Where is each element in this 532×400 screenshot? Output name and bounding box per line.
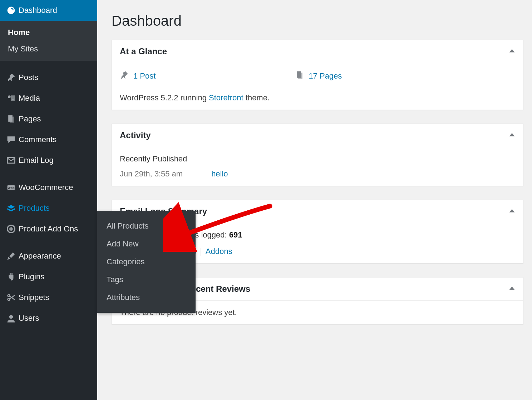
user-icon <box>6 313 19 323</box>
plug-icon <box>6 272 19 282</box>
media-icon <box>6 93 19 103</box>
collapse-icon[interactable] <box>509 48 515 55</box>
sidebar-item-media[interactable]: Media <box>0 88 97 109</box>
panel-header[interactable]: Activity <box>112 124 523 147</box>
pin-icon <box>120 70 129 82</box>
sidebar-item-products[interactable]: Products <box>0 198 97 219</box>
sidebar-sub-mysites[interactable]: My Sites <box>6 41 97 57</box>
sidebar-item-posts[interactable]: Posts <box>0 67 97 88</box>
wp-version-prefix: WordPress 5.2.2 running <box>120 93 209 102</box>
panel-title: Activity <box>120 130 151 140</box>
theme-link[interactable]: Storefront <box>209 93 243 102</box>
scissors-icon <box>6 292 19 302</box>
sidebar-item-emaillog[interactable]: Email Log <box>0 150 97 171</box>
wp-version-line: WordPress 5.2.2 running Storefront theme… <box>120 88 515 102</box>
collapse-icon[interactable] <box>509 131 515 139</box>
main-content: Dashboard At a Glance 1 Post 17 Pages <box>97 0 532 400</box>
dashboard-icon <box>6 5 19 15</box>
svg-text:Woo: Woo <box>8 186 15 190</box>
sidebar-item-appearance[interactable]: Appearance <box>0 246 97 266</box>
envelope-icon <box>6 155 19 165</box>
sidebar-item-label: Email Log <box>19 156 54 165</box>
panel-header[interactable]: At a Glance <box>112 40 523 63</box>
glance-posts-link[interactable]: 1 Post <box>133 71 156 81</box>
sidebar-item-woocommerce[interactable]: Woo WooCommerce <box>0 177 97 198</box>
sidebar-item-productaddons[interactable]: Product Add Ons <box>0 219 97 239</box>
sidebar-item-label: WooCommerce <box>19 183 73 192</box>
activity-row: Jun 29th, 3:55 am hello <box>120 169 515 179</box>
email-log-count-value: 691 <box>229 230 242 239</box>
activity-post-link[interactable]: hello <box>211 169 228 179</box>
sidebar-item-label: Snippets <box>19 293 49 302</box>
products-flyout: All Products Add New Categories Tags Att… <box>97 211 196 313</box>
email-addons-link[interactable]: Addons <box>206 247 232 256</box>
glance-posts[interactable]: 1 Post <box>120 70 156 82</box>
flyout-categories[interactable]: Categories <box>97 253 196 271</box>
brush-icon <box>6 251 19 261</box>
sidebar-item-label: Comments <box>19 135 56 144</box>
flyout-attributes[interactable]: Attributes <box>97 289 196 306</box>
products-icon <box>6 203 19 213</box>
sidebar-item-label: Media <box>19 94 40 103</box>
admin-sidebar: Dashboard Home My Sites Posts Media Page… <box>0 0 97 400</box>
pin-icon <box>6 72 19 82</box>
sidebar-item-label: Plugins <box>19 272 44 281</box>
comments-icon <box>6 135 19 145</box>
flyout-all-products[interactable]: All Products <box>97 217 196 235</box>
sidebar-item-users[interactable]: Users <box>0 308 97 329</box>
sidebar-sub-home[interactable]: Home <box>6 24 97 41</box>
pages-icon <box>295 70 304 82</box>
collapse-icon[interactable] <box>509 285 515 293</box>
glance-pages[interactable]: 17 Pages <box>295 70 342 82</box>
panel-activity: Activity Recently Published Jun 29th, 3:… <box>112 124 523 186</box>
activity-subheading: Recently Published <box>120 154 515 169</box>
sidebar-item-label: Posts <box>19 73 38 82</box>
sidebar-item-label: Products <box>19 204 50 213</box>
sidebar-item-snippets[interactable]: Snippets <box>0 287 97 308</box>
woocommerce-icon: Woo <box>6 182 19 192</box>
panel-at-a-glance: At a Glance 1 Post 17 Pages WordPress 5.… <box>112 40 523 110</box>
sidebar-item-comments[interactable]: Comments <box>0 129 97 150</box>
panel-title: At a Glance <box>120 46 167 56</box>
sidebar-item-label: Appearance <box>19 251 61 261</box>
svg-point-0 <box>8 95 11 98</box>
sidebar-item-dashboard[interactable]: Dashboard <box>0 0 97 21</box>
sidebar-item-plugins[interactable]: Plugins <box>0 266 97 287</box>
sidebar-item-label: Users <box>19 314 39 323</box>
svg-point-6 <box>9 315 13 319</box>
sidebar-submenu-dashboard: Home My Sites <box>0 21 97 61</box>
sidebar-item-pages[interactable]: Pages <box>0 109 97 129</box>
sidebar-item-label: Product Add Ons <box>19 224 78 234</box>
wp-version-suffix: theme. <box>243 93 270 102</box>
activity-date: Jun 29th, 3:55 am <box>120 169 183 179</box>
plus-circle-icon <box>6 224 19 234</box>
flyout-add-new[interactable]: Add New <box>97 235 196 253</box>
pages-icon <box>6 114 19 124</box>
collapse-icon[interactable] <box>509 208 515 215</box>
sidebar-item-label: Dashboard <box>19 6 57 15</box>
page-title: Dashboard <box>112 0 523 40</box>
flyout-tags[interactable]: Tags <box>97 271 196 289</box>
sidebar-item-label: Pages <box>19 114 41 124</box>
glance-pages-link[interactable]: 17 Pages <box>309 71 342 81</box>
